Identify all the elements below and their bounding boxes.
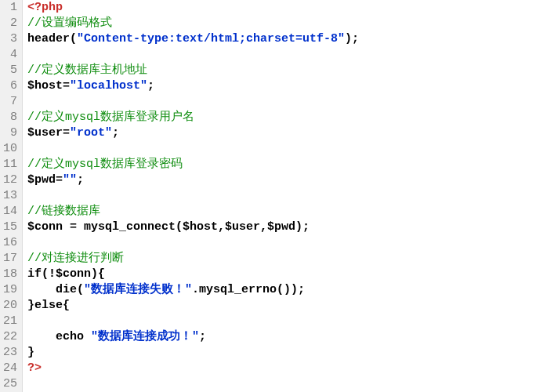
code-token	[84, 330, 91, 343]
line-number: 25	[3, 376, 17, 392]
code-line: //设置编码格式	[27, 16, 554, 31]
code-token: "数据库连接成功！"	[91, 330, 199, 343]
code-line: //链接数据库	[27, 204, 554, 220]
line-number: 14	[3, 204, 17, 220]
code-token: $pwd=	[27, 173, 63, 187]
code-line: //定义mysql数据库登录密码	[27, 157, 554, 172]
code-token: {	[63, 299, 70, 312]
line-number: 10	[3, 141, 17, 157]
code-line: $conn = mysql_connect($host,$user,$pwd);	[27, 220, 554, 235]
code-token: //定义数据库主机地址	[27, 64, 147, 77]
line-number: 20	[3, 298, 17, 314]
code-line: die("数据库连接失败！".mysql_errno());	[27, 282, 554, 298]
code-line: }	[27, 345, 554, 361]
code-line: }else{	[27, 298, 554, 314]
code-line	[27, 94, 554, 110]
line-number: 19	[3, 282, 17, 298]
line-number: 15	[3, 220, 17, 235]
code-token: (!$conn){	[42, 267, 105, 281]
code-line: echo "数据库连接成功！";	[27, 329, 554, 345]
line-number: 8	[3, 110, 17, 125]
code-line	[27, 376, 554, 392]
code-token: //对连接进行判断	[27, 252, 124, 265]
line-number: 11	[3, 157, 17, 172]
code-token: );	[345, 32, 359, 45]
code-line: ?>	[27, 361, 554, 376]
code-token: "localhost"	[70, 79, 147, 93]
code-token: (	[77, 283, 84, 296]
code-area[interactable]: <?php//设置编码格式header("Content-type:text/h…	[23, 0, 554, 392]
code-line: $host="localhost";	[27, 78, 554, 94]
code-line	[27, 314, 554, 329]
line-number: 13	[3, 188, 17, 204]
line-number: 17	[3, 251, 17, 267]
code-token: "数据库连接失败！"	[84, 283, 192, 296]
code-line: //定义数据库主机地址	[27, 63, 554, 78]
line-number: 24	[3, 361, 17, 376]
line-number: 22	[3, 329, 17, 345]
code-line: $user="root";	[27, 125, 554, 141]
code-token: //定义mysql数据库登录密码	[27, 158, 183, 171]
line-number: 4	[3, 47, 17, 63]
code-line: if(!$conn){	[27, 267, 554, 282]
code-token: "root"	[70, 126, 112, 140]
code-token: "Content-type:text/html;charset=utf-8"	[77, 32, 345, 45]
line-number: 5	[3, 63, 17, 78]
code-token: ;	[112, 126, 119, 140]
line-number: 12	[3, 172, 17, 188]
code-line: $pwd="";	[27, 172, 554, 188]
code-line: header("Content-type:text/html;charset=u…	[27, 31, 554, 47]
code-token: //设置编码格式	[27, 16, 112, 30]
code-token: if	[27, 267, 42, 281]
code-token: $user=	[27, 126, 70, 140]
code-token: $conn = mysql_connect($host,$user,$pwd);	[27, 220, 310, 234]
code-token: ""	[63, 173, 77, 187]
line-number-gutter: 1234567891011121314151617181920212223242…	[0, 0, 23, 392]
line-number: 6	[3, 78, 17, 94]
line-number: 9	[3, 125, 17, 141]
line-number: 3	[3, 31, 17, 47]
code-token: }	[27, 346, 34, 359]
code-token: ;	[147, 79, 154, 93]
code-line	[27, 235, 554, 251]
code-token: //定义mysql数据库登录用户名	[27, 111, 194, 124]
code-token: header(	[27, 32, 77, 45]
code-token: ;	[199, 330, 206, 343]
line-number: 23	[3, 345, 17, 361]
code-token: ;	[77, 173, 84, 187]
code-line	[27, 141, 554, 157]
line-number: 16	[3, 235, 17, 251]
code-token	[27, 330, 56, 343]
code-line: <?php	[27, 0, 554, 16]
line-number: 21	[3, 314, 17, 329]
code-token: //链接数据库	[27, 205, 100, 218]
code-token: }	[27, 299, 34, 312]
code-line: //定义mysql数据库登录用户名	[27, 110, 554, 125]
line-number: 7	[3, 94, 17, 110]
code-token: die	[56, 283, 77, 296]
code-token: $host=	[27, 79, 70, 93]
line-number: 2	[3, 16, 17, 31]
code-token: <?php	[27, 1, 63, 14]
code-line: //对连接进行判断	[27, 251, 554, 267]
code-line	[27, 188, 554, 204]
code-token: echo	[56, 330, 84, 343]
code-line	[27, 47, 554, 63]
code-token	[27, 283, 56, 296]
code-token: ?>	[27, 361, 42, 375]
line-number: 18	[3, 267, 17, 282]
code-token: .mysql_errno());	[192, 283, 305, 296]
line-number: 1	[3, 0, 17, 16]
code-token: else	[34, 299, 63, 312]
